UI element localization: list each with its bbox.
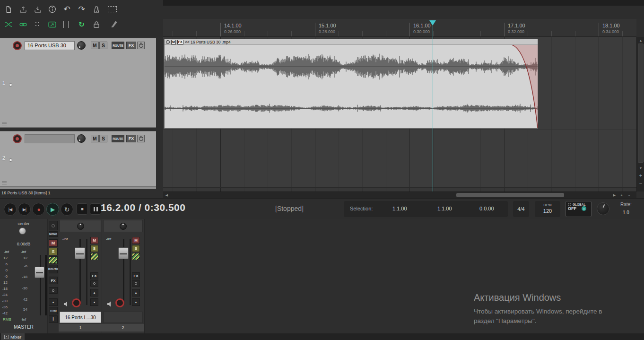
track-name-field[interactable]: 16 Ports USB 30 <box>25 41 75 50</box>
open-project-icon[interactable] <box>17 4 28 15</box>
playrate-knob[interactable] <box>597 202 609 215</box>
envelope-icon[interactable] <box>132 253 140 260</box>
track-volume-knob[interactable] <box>77 41 86 50</box>
record-button[interactable]: ● <box>32 203 45 216</box>
mixer-channel-2[interactable]: -inf M S FX ▲ ▲ 2 <box>102 219 144 333</box>
track-volume-knob[interactable] <box>77 134 86 143</box>
solo-button[interactable]: S <box>99 135 107 142</box>
master-fader-track[interactable] <box>40 255 41 315</box>
master-fader-handle[interactable] <box>35 267 44 278</box>
bpm-value[interactable]: 120 <box>535 208 560 214</box>
channel-record-arm-button[interactable] <box>72 298 81 307</box>
time-signature[interactable]: 4/4 <box>513 201 529 217</box>
master-route-button[interactable]: ROUTE <box>49 265 58 273</box>
lock-icon[interactable] <box>91 19 102 30</box>
project-info-icon[interactable] <box>47 4 58 15</box>
scroll-left-icon[interactable]: ◀ <box>163 192 170 199</box>
track-panel-2[interactable]: M S ROUTE FX 2 <box>0 131 156 187</box>
global-automation-button[interactable]: GLOBAL OFF ▾ <box>566 201 592 217</box>
fade-out-curve[interactable] <box>512 45 538 128</box>
play-button[interactable]: ▶ <box>46 203 59 216</box>
info-button[interactable]: i <box>49 315 58 323</box>
marquee-selection-icon[interactable] <box>108 6 117 12</box>
channel-name-field[interactable]: 16 Ports L...30 <box>60 312 101 323</box>
bpm-panel[interactable]: BPM 120 <box>535 201 560 217</box>
stop-button[interactable]: ■ <box>77 203 88 215</box>
new-project-icon[interactable] <box>3 4 14 15</box>
ripple-loop-icon[interactable]: ↻ <box>76 19 87 30</box>
goto-start-button[interactable]: |◀ <box>4 203 17 216</box>
chevron-down-icon[interactable]: ▾ <box>582 206 586 211</box>
envelope-icon[interactable] <box>49 256 58 264</box>
master-pan-mode-knob[interactable] <box>49 221 58 230</box>
snap-grid-icon[interactable] <box>61 19 72 30</box>
channel-gain-readout[interactable]: -inf <box>106 237 111 241</box>
channel-mute-button[interactable]: M <box>90 237 98 244</box>
selection-start[interactable]: 1.1.00 <box>392 206 407 211</box>
show-sends-icon[interactable]: ▲ <box>132 289 140 296</box>
draw-pen-icon[interactable] <box>110 20 118 30</box>
mute-button[interactable]: M <box>91 135 99 142</box>
fx-bypass-button[interactable] <box>137 135 145 142</box>
track-name-field[interactable] <box>25 134 75 143</box>
mixer-channel-1[interactable]: -inf M S FX ▲ ▲ 16 Ports L...30 1 <box>59 219 102 333</box>
master-fx-button[interactable]: FX <box>49 277 58 284</box>
scroll-down-icon[interactable]: ▼ <box>637 165 644 171</box>
hzoom-in-icon[interactable]: + <box>618 192 625 199</box>
envelope-tool-icon[interactable] <box>47 19 58 30</box>
channel-gain-readout[interactable]: -inf <box>62 237 68 241</box>
channel-fx-button[interactable]: FX <box>132 272 140 279</box>
save-project-icon[interactable] <box>32 4 43 15</box>
goto-end-button[interactable]: ▶| <box>18 203 31 216</box>
undo-icon[interactable]: ↶ <box>61 4 72 15</box>
receive-icon[interactable]: ▲ <box>90 298 98 306</box>
route-button[interactable]: ROUTE <box>112 135 124 142</box>
edit-cursor-marker[interactable] <box>429 20 436 26</box>
channel-solo-button[interactable]: S <box>132 245 140 252</box>
hzoom-out-icon[interactable]: − <box>626 192 633 199</box>
monitor-speaker-icon[interactable] <box>107 300 113 309</box>
record-arm-button[interactable] <box>13 41 22 50</box>
metronome-icon[interactable] <box>91 4 102 15</box>
fx-slot-icon[interactable] <box>49 287 58 294</box>
show-sends-icon[interactable]: ▲ <box>90 289 98 296</box>
media-item-header[interactable]: M FX << 16 Ports USB 30 .mp4 <box>165 39 538 45</box>
panel-resize-grip[interactable] <box>2 181 7 184</box>
fx-slot-icon[interactable] <box>132 280 140 287</box>
grid-dots-icon[interactable] <box>32 19 43 30</box>
vertical-scroll-thumb[interactable] <box>638 44 644 163</box>
horizontal-scroll-thumb[interactable] <box>456 193 564 197</box>
transport-time-display[interactable]: 16.2.00 / 0:30.500 <box>101 202 185 213</box>
selection-length[interactable]: 0.0.00 <box>479 206 494 211</box>
zoom-in-icon[interactable]: + <box>637 172 644 179</box>
track-panel-1[interactable]: 16 Ports USB 30 M S ROUTE FX 1 <box>0 38 156 128</box>
rate-value[interactable]: 1.0 <box>623 210 629 215</box>
record-arm-button[interactable] <box>13 134 22 143</box>
channel-fx-button[interactable]: FX <box>90 272 98 279</box>
channel-fader-handle[interactable] <box>75 247 85 259</box>
vertical-scrollbar[interactable]: ▲ ▼ + − <box>636 37 644 192</box>
close-icon[interactable]: ✕ <box>4 335 9 339</box>
channel-fader-handle[interactable] <box>118 247 129 259</box>
channel-record-arm-button[interactable] <box>115 298 124 307</box>
media-item[interactable]: M FX << 16 Ports USB 30 .mp4 <box>164 39 538 129</box>
master-mute-button[interactable]: M <box>49 239 58 247</box>
channel-pan-knob[interactable] <box>120 223 127 230</box>
channel-pan-knob[interactable] <box>77 223 84 230</box>
fx-bypass-button[interactable] <box>137 42 145 49</box>
tab-mixer[interactable]: ✕ Mixer <box>1 333 25 340</box>
master-pan-knob[interactable] <box>19 227 26 235</box>
record-monitor-dot[interactable] <box>9 158 12 162</box>
monitor-speaker-icon[interactable] <box>63 300 69 309</box>
record-monitor-dot[interactable] <box>9 83 12 87</box>
trim-button[interactable]: TRIM <box>49 307 58 314</box>
master-strip[interactable]: center 0.00dB -inf -inf 12 6 0 -6 -12 -1… <box>0 219 47 333</box>
item-grouping-icon[interactable] <box>17 19 28 30</box>
channel-mute-button[interactable]: M <box>132 237 140 244</box>
mono-button[interactable]: MONO <box>49 231 58 237</box>
horizontal-scrollbar[interactable]: ◀ ▶ + − <box>163 192 636 198</box>
item-properties-icon[interactable] <box>166 40 170 44</box>
channel-name-field[interactable] <box>103 312 143 323</box>
scroll-up-icon[interactable]: ▲ <box>637 37 644 44</box>
item-mute-button[interactable]: M <box>171 40 176 44</box>
